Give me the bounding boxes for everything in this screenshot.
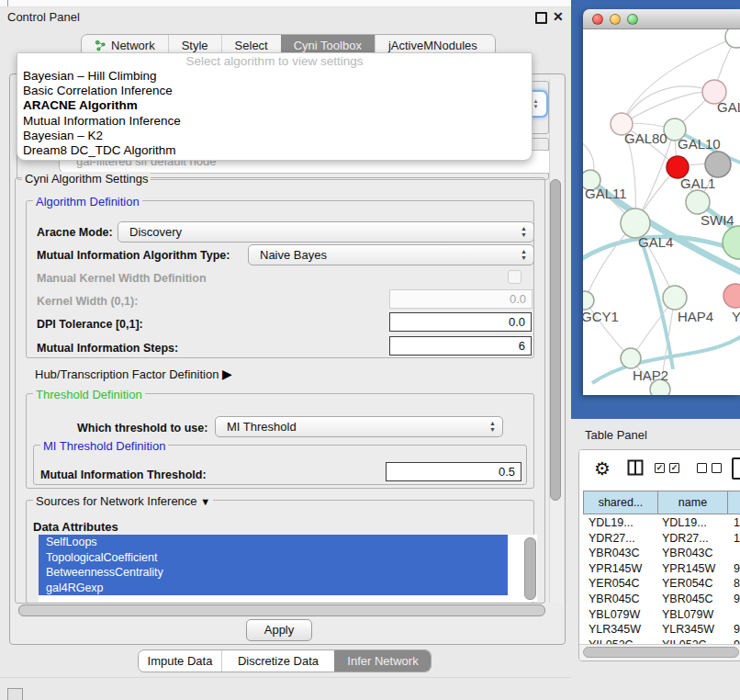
dpi-tolerance-input[interactable]: 0.0 [389, 312, 532, 332]
column-header-shared-[interactable]: shared... [583, 491, 658, 514]
mi-steps-label: Mutual Information Steps: [37, 342, 178, 355]
hub-definition-toggle[interactable]: Hub/Transcription Factor Definition ▶ [35, 367, 232, 381]
column-header-clipped[interactable] [728, 491, 740, 514]
chevron-updown-icon: ▲▼ [489, 420, 496, 433]
network-node[interactable] [621, 348, 641, 368]
manual-kernel-checkbox[interactable] [508, 270, 521, 284]
table-panel-title: Table Panel [585, 428, 647, 442]
column-header-name[interactable]: name [658, 491, 728, 514]
table-row[interactable]: YER054CYER054C8. [583, 576, 740, 592]
network-canvas[interactable]: GALGAL80GAL10GAL1GAL11SWI4GAL4GCY1HAP4YH… [583, 29, 740, 395]
tab-infer-network[interactable]: Infer Network [334, 650, 432, 672]
attribute-item-betweennesscentrality[interactable]: BetweennessCentrality [39, 565, 508, 581]
algorithm-dropdown-popup: Select algorithm to view settingsBayesia… [17, 52, 533, 161]
chevron-updown-icon: ▲▼ [521, 248, 527, 261]
which-threshold-combo[interactable]: MI Threshold ▲▼ [215, 416, 503, 437]
close-traffic-light[interactable] [592, 14, 603, 25]
minimize-traffic-light[interactable] [610, 14, 621, 25]
unchecked-checkbox-icon[interactable] [712, 463, 722, 473]
table-row[interactable]: YDR27...YDR27...12 [583, 531, 740, 547]
cell: YBR045C [658, 592, 728, 607]
network-node[interactable] [583, 291, 594, 310]
network-node[interactable] [705, 152, 731, 177]
float-window-icon[interactable] [535, 12, 547, 24]
kernel-width-label: Kernel Width (0,1): [37, 295, 138, 308]
tab-label: Cyni Toolbox [294, 39, 362, 52]
close-icon[interactable]: ✕ [553, 9, 564, 24]
checked-checkbox-icon[interactable]: ✓ [669, 463, 679, 473]
network-view-window: GALGAL80GAL10GAL1GAL11SWI4GAL4GCY1HAP4YH… [583, 9, 740, 395]
cell: YBL079W [583, 607, 658, 623]
network-node[interactable] [725, 29, 740, 48]
node-label-gal1: GAL1 [680, 175, 715, 191]
mi-type-value: Naive Bayes [260, 248, 327, 262]
zoom-traffic-light[interactable] [627, 14, 638, 25]
chevron-down-icon: ▼ [200, 496, 210, 507]
mi-type-label: Mutual Information Algorithm Type: [37, 249, 230, 262]
split-columns-icon[interactable] [627, 459, 644, 476]
document-icon[interactable] [732, 457, 740, 480]
node-label-hap2: HAP2 [633, 367, 668, 383]
network-node[interactable] [686, 190, 710, 214]
table-row[interactable]: YBR045CYBR045C9. [583, 592, 740, 607]
which-threshold-label: Which threshold to use: [77, 422, 207, 435]
which-threshold-value: MI Threshold [227, 420, 297, 434]
apply-button[interactable]: Apply [246, 619, 312, 641]
cell: 8. [728, 576, 740, 592]
attribute-item-selfloops[interactable]: SelfLoops [39, 535, 508, 550]
table-row[interactable]: YDL19...YDL19...13 [583, 515, 740, 531]
table-row[interactable]: YLR345WYLR345W9. [583, 622, 740, 638]
network-node[interactable] [663, 286, 687, 310]
mi-steps-input[interactable]: 6 [389, 336, 532, 356]
settings-vscrollbar-thumb[interactable] [550, 179, 561, 501]
algorithm-option-bayesian-hill-climbing[interactable]: Bayesian – Hill Climbing [17, 69, 532, 84]
cell: YLR345W [658, 622, 728, 638]
attribute-item-topologicalcoefficient[interactable]: TopologicalCoefficient [39, 550, 508, 566]
mi-threshold-input[interactable]: 0.5 [386, 462, 521, 481]
sources-title-row[interactable]: Sources for Network Inference ▼ [33, 494, 213, 508]
node-label-swi4: SWI4 [701, 212, 734, 228]
table-panel: ⚙ ✓ ✓ shared...name YDL19...YDL19...13YD… [578, 449, 740, 661]
manual-kernel-label: Manual Kernel Width Definition [37, 272, 207, 285]
checked-checkbox-icon[interactable]: ✓ [655, 463, 665, 473]
network-node[interactable] [723, 226, 740, 259]
cyni-algorithm-settings-title: Cyni Algorithm Settings [22, 172, 151, 186]
gear-icon[interactable]: ⚙ [594, 457, 611, 480]
top-strip [0, 0, 571, 7]
top-strip-divider [7, 0, 8, 6]
resize-grip[interactable] [7, 688, 23, 700]
tab-discretize-data[interactable]: Discretize Data [221, 650, 334, 672]
algorithm-option-bayesian-k2[interactable]: Bayesian – K2 [17, 129, 532, 143]
threshold-definition-title: Threshold Definition [33, 388, 145, 401]
algorithm-option-basic-correlation-inference[interactable]: Basic Correlation Inference [17, 84, 532, 98]
screen: Control Panel ✕ NetworkStyleSelectCyni T… [0, 0, 740, 700]
tab-impute-data[interactable]: Impute Data [139, 650, 221, 672]
cell [728, 546, 734, 561]
cell: YBR045C [583, 592, 658, 607]
node-label-gal80: GAL80 [624, 130, 667, 146]
algorithm-option-aracne-algorithm[interactable]: ARACNE Algorithm [17, 98, 532, 113]
data-attributes-list: SelfLoopsTopologicalCoefficientBetweenne… [39, 535, 537, 602]
network-node[interactable] [723, 284, 740, 308]
aracne-mode-combo[interactable]: Discovery ▲▼ [118, 221, 534, 243]
cell [728, 607, 734, 623]
table-hscrollbar-thumb[interactable] [583, 647, 739, 658]
chevron-updown-icon: ▲▼ [521, 225, 527, 238]
dpi-tolerance-label: DPI Tolerance [0,1]: [37, 318, 143, 331]
table-body: YDL19...YDL19...13YDR27...YDR27...12YBR0… [583, 515, 740, 645]
unchecked-checkbox-icon[interactable] [697, 463, 707, 473]
stepper-down-icon: ▼ [533, 104, 539, 109]
attribute-item-gal4rgexp[interactable]: gal4RGexp [39, 581, 508, 596]
kernel-width-input[interactable]: 0.0 [389, 289, 533, 309]
node-label-gal4: GAL4 [638, 234, 673, 250]
attributes-scrollbar-thumb[interactable] [524, 537, 536, 600]
network-window-titlebar[interactable] [583, 9, 740, 29]
settings-hscrollbar-thumb[interactable] [18, 604, 545, 616]
algorithm-option-dream8-dc-tdc-algorithm[interactable]: Dream8 DC_TDC Algorithm [17, 143, 532, 158]
cell: YBR043C [658, 546, 728, 561]
table-row[interactable]: YPR145WYPR145W9. [583, 561, 740, 577]
table-row[interactable]: YBR043CYBR043C [583, 546, 740, 561]
algorithm-option-mutual-information-inference[interactable]: Mutual Information Inference [17, 114, 532, 129]
table-row[interactable]: YBL079WYBL079W [583, 607, 740, 623]
mi-type-combo[interactable]: Naive Bayes ▲▼ [248, 244, 534, 265]
